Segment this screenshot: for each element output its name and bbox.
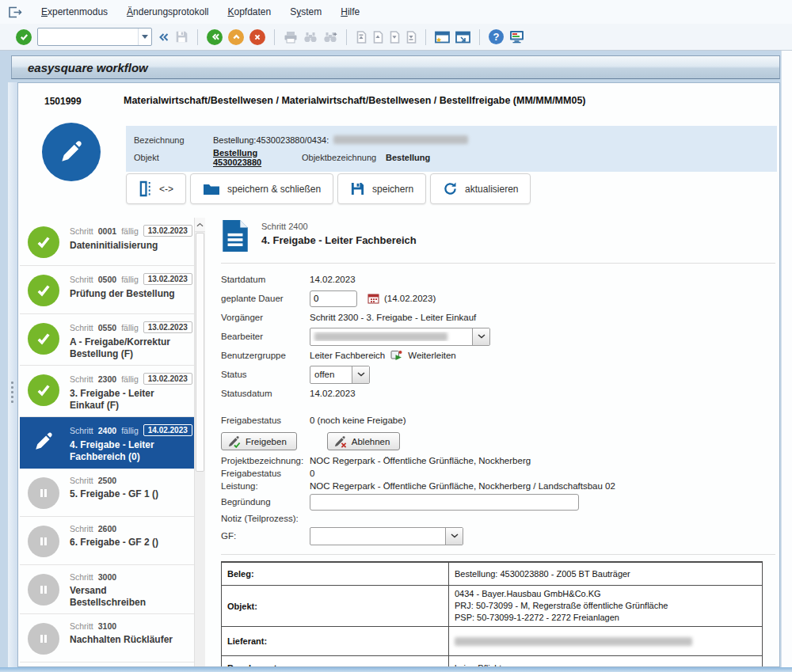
objekt-label: Objekt <box>134 153 213 162</box>
calendar-icon[interactable] <box>367 293 379 304</box>
table-row-objekt: Objekt: 0434 - Bayer.Hausbau GmbH&Co.KG … <box>222 586 763 627</box>
next-page-icon[interactable] <box>389 31 400 44</box>
new-session-icon[interactable] <box>435 31 450 44</box>
ablehnen-button[interactable]: Ablehnen <box>327 432 401 450</box>
dauer-label: geplante Dauer <box>221 294 310 303</box>
step-detail-title: 4. Freigabe - Leiter Fachbereich <box>261 234 417 246</box>
statusdatum-value: 14.02.2023 <box>310 389 356 398</box>
step-done-icon <box>28 374 59 406</box>
scroll-up-icon[interactable] <box>195 218 205 232</box>
step-due-date: 13.02.2023 <box>143 373 192 385</box>
forward-icon[interactable] <box>390 349 403 362</box>
benutzergruppe-label: Benutzergruppe <box>221 351 310 360</box>
dauer-input[interactable] <box>310 290 357 307</box>
chevron-down-icon[interactable] <box>472 328 489 345</box>
begruendung-input[interactable] <box>310 494 579 511</box>
startdatum-label: Startdatum <box>221 275 310 284</box>
objektbezeichnung-value: Bestellung <box>386 153 430 162</box>
vorgaenger-value: Schritt 2300 - 3. Freigabe - Leiter Eink… <box>310 313 476 322</box>
bearbeiter-select[interactable] <box>310 328 490 346</box>
objekt-link[interactable]: Bestellung 4530023880 <box>213 148 302 167</box>
step-done-icon <box>28 226 59 258</box>
menu-exit-icon[interactable] <box>8 6 22 18</box>
save-button[interactable]: speichern <box>337 173 426 204</box>
status-select[interactable]: offen <box>310 366 370 384</box>
menu-bar: Expertenmodus Änderungsprotokoll Kopfdat… <box>0 0 792 24</box>
document-icon <box>221 219 249 252</box>
step-due-date: 13.02.2023 <box>143 321 192 333</box>
freigeben-button[interactable]: Freigeben <box>221 432 297 450</box>
scrollbar-thumb[interactable] <box>196 233 204 472</box>
window-title-bar: easysquare workflow <box>11 55 780 79</box>
enter-check-icon[interactable] <box>16 29 32 45</box>
create-shortcut-icon[interactable] <box>455 31 470 44</box>
menu-item-hilfe[interactable]: Hilfe <box>341 6 360 17</box>
previous-page-icon[interactable] <box>372 31 383 44</box>
find-next-icon[interactable] <box>323 32 337 43</box>
step-pause-icon <box>28 574 59 606</box>
status-label: Status <box>221 370 310 379</box>
window-bottom-edge <box>0 667 792 672</box>
menu-item-aenderungsprotokoll[interactable]: Änderungsprotokoll <box>127 6 208 17</box>
cancel-icon[interactable] <box>249 29 265 45</box>
freigabestatus2-value: 0 <box>310 467 314 480</box>
save-icon[interactable] <box>175 30 188 44</box>
step-done-icon <box>28 323 59 355</box>
dauer-date: (14.02.2023) <box>384 294 436 303</box>
customize-local-layout-icon[interactable] <box>509 30 524 44</box>
step-edit-pen-icon <box>28 426 59 457</box>
step-title: 5. Freigabe - GF 1 () <box>70 488 158 500</box>
lieferant-redacted <box>455 637 692 646</box>
sidebar-step-0550[interactable]: Schritt 0550 fällig 13.02.2023 A - Freig… <box>20 314 194 366</box>
menu-item-expertenmodus[interactable]: Expertenmodus <box>41 6 108 17</box>
workflow-panel: 1501999 Materialwirtschaft/Bestellwesen … <box>17 82 780 667</box>
command-field[interactable] <box>37 28 152 46</box>
step-title: Nachhalten Rückläufer <box>70 634 173 646</box>
step-number-label: Schritt 2400 <box>261 222 417 231</box>
save-close-button[interactable]: speichern & schließen <box>190 173 333 204</box>
folder-icon <box>203 183 220 196</box>
bezeichnung-redacted <box>333 135 468 144</box>
sidebar-step-0500[interactable]: Schritt 0500 fällig 13.02.2023 Prüfung d… <box>20 266 194 314</box>
find-icon[interactable] <box>303 32 318 43</box>
sidebar-step-2300[interactable]: Schritt 2300 fällig 13.02.2023 3. Freiga… <box>20 366 194 417</box>
last-page-icon[interactable] <box>406 31 417 44</box>
sidebar-step-2400-active[interactable]: Schritt 2400 fällig 14.02.2023 4. Freiga… <box>20 417 194 469</box>
back-icon[interactable] <box>207 29 223 45</box>
row-label: Objekt: <box>222 586 449 627</box>
resize-panel-button[interactable]: <-> <box>126 173 186 204</box>
menu-item-kopfdaten[interactable]: Kopfdaten <box>227 6 271 17</box>
objektbezeichnung-label: Objektbezeichnung <box>302 153 386 162</box>
edit-pen-badge <box>42 123 101 181</box>
refresh-button[interactable]: aktualisieren <box>430 173 531 204</box>
weiterleiten-link[interactable]: Weiterleiten <box>408 351 456 360</box>
sidebar-scrollbar[interactable] <box>194 218 205 666</box>
sidebar-step-2500[interactable]: Schritt 2500 5. Freigabe - GF 1 () <box>20 469 194 517</box>
help-icon[interactable]: ? <box>489 29 504 44</box>
command-input[interactable] <box>38 30 138 44</box>
refresh-icon <box>443 181 458 196</box>
right-scroll-gutter[interactable] <box>781 51 792 672</box>
menu-item-system[interactable]: System <box>290 6 322 17</box>
chevron-down-icon[interactable] <box>445 528 463 545</box>
step-detail: Schritt 2400 4. Freigabe - Leiter Fachbe… <box>221 216 775 666</box>
sidebar-step-3000[interactable]: Schritt 3000 Versand Bestellschreiben <box>20 565 194 614</box>
projekt-value: NOC Regerpark - Öffentliche Grünfläche, … <box>310 454 531 467</box>
gf-select[interactable] <box>310 527 463 545</box>
command-dropdown-icon[interactable] <box>138 28 151 45</box>
table-row-lieferant: Lieferant: <box>222 627 763 656</box>
splitter-handle[interactable] <box>8 82 17 667</box>
sidebar-step-0001[interactable]: Schritt 0001 fällig 13.02.2023 Dateninit… <box>20 218 194 266</box>
leistung-value: NOC Regerpark - Öffentliche Grünfläche, … <box>310 480 615 492</box>
back-chevron-icon[interactable] <box>158 32 169 43</box>
leistung-label: Leistung: <box>221 480 310 492</box>
chevron-down-icon[interactable] <box>352 366 369 383</box>
first-page-icon[interactable] <box>356 31 367 44</box>
step-title: 6. Freigabe - GF 2 () <box>70 537 158 549</box>
begruendung-label: Begründung <box>221 497 310 507</box>
sidebar-step-2600[interactable]: Schritt 2600 6. Freigabe - GF 2 () <box>20 517 194 565</box>
sidebar-step-3100[interactable]: Schritt 3100 Nachhalten Rückläufer <box>20 614 194 663</box>
exit-icon[interactable] <box>228 29 244 45</box>
print-icon[interactable] <box>284 31 298 44</box>
status-value: offen <box>310 370 352 379</box>
